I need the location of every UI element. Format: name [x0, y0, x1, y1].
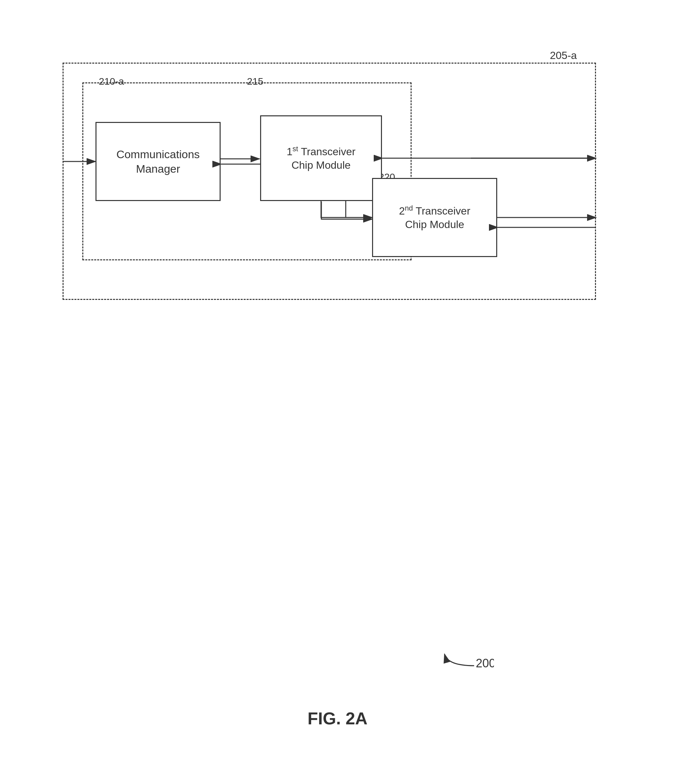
label-200a-arrow: 200-a — [441, 649, 494, 669]
diagram-container: 205-a 210-a 215 220 CommunicationsManage… — [43, 43, 629, 339]
svg-text:200-a: 200-a — [476, 656, 494, 669]
transceiver1-text: 1st TransceiverChip Module — [287, 144, 355, 173]
label-215: 215 — [247, 76, 264, 87]
label-200a: 200-a — [441, 649, 494, 672]
transceiver2-text: 2nd TransceiverChip Module — [399, 204, 470, 232]
transceiver1-box: 1st TransceiverChip Module — [260, 115, 382, 201]
transceiver2-box: 2nd TransceiverChip Module — [372, 178, 497, 257]
figure-caption: FIG. 2A — [0, 709, 675, 728]
label-205a: 205-a — [550, 50, 577, 62]
comm-manager-text: CommunicationsManager — [116, 147, 200, 176]
comm-manager-box: CommunicationsManager — [96, 122, 220, 201]
label-210a: 210-a — [99, 76, 124, 87]
